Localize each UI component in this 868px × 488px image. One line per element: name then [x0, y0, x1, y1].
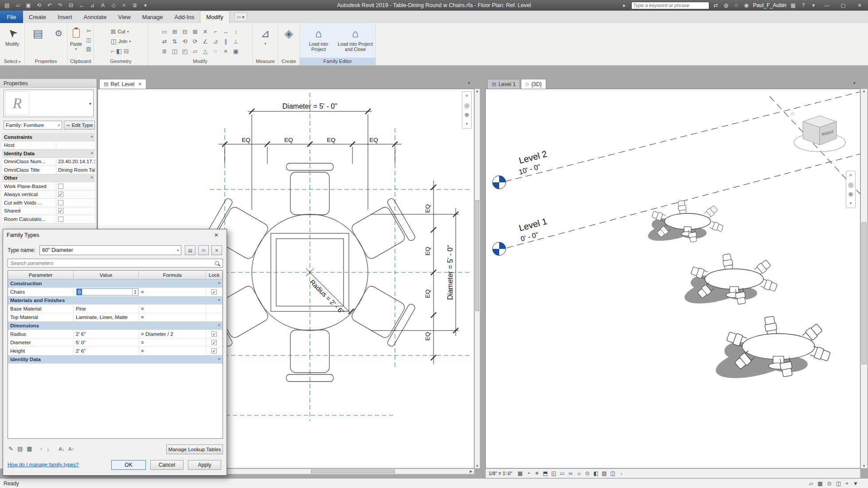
move-parameter-up-icon[interactable]: ↑	[40, 445, 43, 452]
exchange-apps-icon[interactable]: ⇄	[712, 2, 719, 8]
status-icon[interactable]: ▦	[817, 480, 822, 487]
viewbar-icon[interactable]: ☀	[533, 470, 541, 476]
view-tab-level-1[interactable]: ▤ Level 1	[487, 79, 520, 89]
delete-type-button[interactable]: ✕	[211, 245, 222, 255]
viewbar-icon[interactable]: ◱	[550, 470, 558, 476]
measure-icon[interactable]: ↔	[76, 0, 87, 11]
spinner-down-icon[interactable]: ▼	[134, 292, 137, 295]
load-into-project-close-button[interactable]: ⌂ Load into Project and Close	[337, 24, 374, 57]
new-type-button[interactable]: ▤	[185, 245, 195, 255]
ribbon-tab-file[interactable]: File	[0, 11, 23, 23]
help-caret-icon[interactable]: ▾	[810, 2, 817, 8]
scroll-down-icon[interactable]: ▼	[474, 464, 480, 468]
ribbon-tab-modify[interactable]: Modify	[200, 11, 229, 23]
dimension-lines[interactable]	[219, 109, 459, 364]
modify-tool-icon[interactable]: △	[200, 46, 211, 56]
right-dimension-text[interactable]: Diameter = 5' - 0"	[446, 245, 454, 300]
parameter-value-cell[interactable]: Laminate, Linen, Matte	[74, 313, 139, 321]
parameter-group-construction[interactable]: Construction^	[8, 279, 223, 288]
scrollbar-thumb[interactable]	[311, 469, 395, 473]
viewbar-icon[interactable]: ◔	[524, 470, 533, 476]
viewbar-icon[interactable]: ◫	[609, 470, 617, 476]
ribbon-tab-insert[interactable]: Insert	[52, 11, 78, 23]
parameter-lock-cell[interactable]: ✓	[206, 347, 223, 355]
parameter-row-height[interactable]: Height2' 6"=✓	[8, 347, 223, 355]
viewbar-icon[interactable]: ▭	[558, 470, 567, 476]
property-row-always-vertical[interactable]: Always vertical✓	[2, 191, 95, 199]
status-icon[interactable]: ⊙	[827, 480, 832, 487]
lock-checkbox[interactable]: ✓	[211, 348, 217, 354]
copy-to-clipboard-icon[interactable]: ◫	[85, 36, 93, 43]
redo-icon[interactable]: ↷	[55, 0, 66, 11]
family-filter-combo[interactable]: Family: Furniture ▾	[4, 121, 62, 130]
create-group-button[interactable]: ◈	[279, 24, 298, 57]
parameter-lock-cell[interactable]	[206, 313, 223, 321]
app-store-icon[interactable]: ▦	[790, 2, 797, 8]
qat-customize-icon[interactable]: ▾	[140, 0, 151, 11]
match-type-icon[interactable]: ▨	[85, 45, 93, 52]
help-link[interactable]: How do I manage family types?	[8, 462, 78, 467]
panel-select-label[interactable]: Select ▾	[0, 58, 24, 65]
modify-tool-icon[interactable]: ⊥	[231, 36, 241, 46]
modify-tool-icon[interactable]: ⇄	[160, 36, 170, 46]
modify-tool-icon[interactable]: ⊟	[180, 27, 190, 36]
parameter-value-cell[interactable]: 5' 0"	[74, 338, 139, 346]
property-value[interactable]: Dining Room Tab...	[56, 166, 95, 174]
steering-wheel-icon[interactable]: ◎	[464, 102, 469, 108]
properties-section-constraints[interactable]: Constraints^	[2, 133, 95, 142]
steering-wheel-icon[interactable]: ◎	[848, 182, 853, 188]
viewbar-icon[interactable]: ⬒	[541, 470, 550, 476]
edit-type-button[interactable]: ≔ Edit Type	[64, 121, 95, 130]
lock-checkbox[interactable]: ✓	[211, 340, 217, 345]
new-parameter-icon[interactable]: ▤	[17, 445, 23, 452]
undo-icon[interactable]: ↶	[44, 0, 55, 11]
ribbon-tab-create[interactable]: Create	[23, 11, 52, 23]
ribbon-tab-view[interactable]: View	[113, 11, 137, 23]
parameter-lock-cell[interactable]: ✓	[206, 288, 223, 296]
favorites-icon[interactable]: ☆	[733, 2, 740, 8]
modify-tool-icon[interactable]: ↔	[221, 27, 231, 36]
parameter-value-cell[interactable]: 2' 6"	[74, 330, 139, 338]
property-value[interactable]: ✓	[56, 207, 95, 215]
properties-palette-header[interactable]: Properties	[0, 79, 97, 88]
app-menu-icon[interactable]: ▤	[2, 0, 12, 11]
scrollbar-thumb[interactable]	[475, 200, 479, 311]
paint-icon[interactable]: ◧	[116, 47, 122, 55]
eq-label[interactable]: EQ	[424, 289, 431, 298]
zoom-caret-icon[interactable]: ▾	[850, 201, 852, 206]
dialog-close-icon[interactable]: ✕	[210, 232, 223, 238]
eq-label[interactable]: EQ	[369, 137, 378, 143]
value-edit-box[interactable]: 6▲▼	[76, 288, 138, 295]
cut-geometry-button[interactable]: ⊠Cut▾	[109, 28, 133, 35]
viewcube-home-icon[interactable]: ⌂	[791, 110, 794, 116]
property-value[interactable]: 23.40.20.14.17.11	[56, 158, 95, 166]
collapse-chevron-icon[interactable]: ^	[218, 357, 220, 362]
ok-button[interactable]: OK	[111, 460, 146, 470]
modify-tool-icon[interactable]: ▭	[160, 27, 170, 36]
threed-vertical-scrollbar[interactable]: ▲ ▼	[860, 89, 868, 468]
property-checkbox[interactable]	[58, 216, 63, 222]
lock-checkbox[interactable]: ✓	[211, 289, 217, 295]
help-icon[interactable]: ?	[800, 2, 807, 8]
help-search-input[interactable]	[631, 2, 709, 9]
default-3d-view-icon[interactable]: ◇	[108, 0, 119, 11]
collapse-chevron-icon[interactable]: ^	[91, 176, 93, 180]
modify-tool-icon[interactable]: ○	[211, 46, 221, 56]
parameter-row-diameter[interactable]: Diameter5' 0"=✓	[8, 338, 223, 347]
view-scale[interactable]: 1/8" = 1'-0"	[489, 471, 512, 476]
collapse-chevron-icon[interactable]: ^	[218, 323, 220, 328]
properties-palette-button[interactable]: ▤	[26, 24, 50, 57]
signed-in-user[interactable]: Paul_F_Aubin	[753, 2, 786, 8]
sync-with-central-icon[interactable]: ⟲	[34, 0, 44, 11]
properties-section-identity-data[interactable]: Identity Data^	[2, 150, 95, 158]
rename-type-button[interactable]: AI	[198, 245, 209, 255]
tab-list-chevron-left-pane[interactable]: ▾	[468, 81, 470, 85]
modify-tool-icon[interactable]: ⊞	[170, 27, 180, 36]
type-name-combo[interactable]: 60" Diameter ▾	[39, 245, 181, 255]
section-icon[interactable]: ⌗	[119, 0, 129, 11]
eq-label[interactable]: EQ	[424, 204, 431, 213]
modify-tool-icon[interactable]: ⌐	[211, 27, 221, 36]
user-avatar-icon[interactable]: ◉	[743, 2, 750, 8]
parameter-group-dimensions[interactable]: Dimensions^	[8, 322, 223, 330]
collapse-chevron-icon[interactable]: ^	[218, 298, 220, 303]
